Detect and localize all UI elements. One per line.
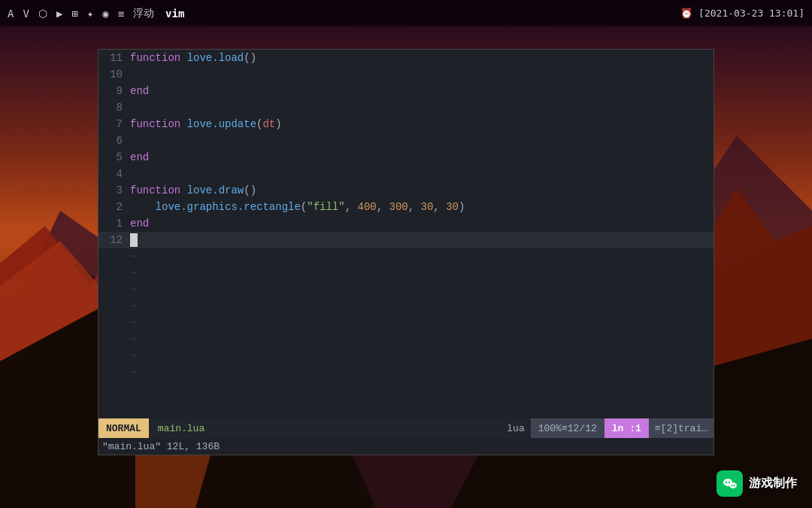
tilde-line-4: ~	[98, 298, 714, 315]
svg-point-11	[728, 481, 729, 482]
taskbar: A V ⬡ ▶ ⊞ ✦ ◉ ≡ 浮动 vim ⏰ [2021-03-23 13:…	[0, 0, 812, 26]
tilde-content-7: ~	[130, 348, 136, 364]
code-lines: 11 function love.load() 10 9 end 8	[98, 50, 714, 381]
line-num-6: 6	[98, 132, 130, 149]
datetime-text: [2021-03-23 13:01]	[698, 8, 804, 19]
command-line: "main.lua" 12L, 136B	[98, 438, 714, 455]
tilde-content-3: ~	[130, 281, 136, 298]
taskbar-icon-link[interactable]: ⬡	[38, 8, 47, 20]
code-line-2: 2 love.graphics.rectangle("fill", 400, 3…	[98, 199, 714, 215]
editor-area[interactable]: 11 function love.load() 10 9 end 8	[98, 50, 714, 418]
status-filetype: lua	[501, 423, 530, 434]
line-num-3: 3	[98, 182, 130, 199]
tilde-line-1: ~	[98, 248, 714, 265]
taskbar-icon-windows[interactable]: ⊞	[71, 8, 77, 20]
line-content-5: end	[130, 149, 149, 166]
line-content-3: function love.draw()	[130, 182, 256, 199]
wechat-label: 游戏制作	[749, 476, 797, 491]
svg-point-13	[731, 485, 732, 486]
line-content-2: love.graphics.rectangle("fill", 400, 300…	[130, 199, 465, 215]
line-content-7: function love.update(dt)	[130, 116, 282, 132]
line-content-11: function love.load()	[130, 50, 256, 66]
code-line-3: 3 function love.draw()	[98, 182, 714, 199]
status-mode: NORMAL	[98, 418, 149, 438]
code-line-4: 4	[98, 166, 714, 182]
line-content-12	[130, 232, 138, 248]
status-filename: main.lua	[149, 423, 214, 434]
percent-icon: ≡	[562, 423, 568, 434]
line-content-9: end	[130, 83, 149, 99]
tilde-line-7: ~	[98, 348, 714, 364]
wechat-badge: 游戏制作	[717, 470, 797, 497]
command-line-text: "main.lua" 12L, 136B	[102, 441, 220, 452]
taskbar-icon-v[interactable]: V	[23, 8, 29, 20]
extra-text: [2]trai…	[661, 423, 707, 434]
tilde-line-5: ~	[98, 315, 714, 331]
taskbar-datetime: ⏰ [2021-03-23 13:01]	[680, 8, 804, 19]
ln-label: ln :1	[612, 423, 641, 434]
code-line-10: 10	[98, 66, 714, 83]
tilde-content-1: ~	[130, 248, 136, 265]
line-num-8: 8	[98, 99, 130, 116]
taskbar-left: A V ⬡ ▶ ⊞ ✦ ◉ ≡ 浮动	[8, 7, 154, 20]
code-line-8: 8	[98, 99, 714, 116]
wechat-icon	[717, 470, 743, 497]
line-num-7: 7	[98, 116, 130, 132]
taskbar-icon-float[interactable]: 浮动	[133, 7, 154, 20]
tilde-content-4: ~	[130, 298, 136, 315]
line-num-4: 4	[98, 166, 130, 182]
code-line-5: 5 end	[98, 149, 714, 166]
tilde-content-8: ~	[130, 364, 136, 381]
line-num-9: 9	[98, 83, 130, 99]
percent-text: 100%	[538, 423, 562, 434]
status-percent: 100% ≡ 12/12	[531, 418, 604, 438]
clock-icon: ⏰	[680, 8, 698, 19]
taskbar-icon-terminal[interactable]: ▶	[56, 8, 62, 20]
line-num-2: 2	[98, 199, 130, 215]
status-position: ln :1	[604, 418, 649, 438]
tilde-content-2: ~	[130, 265, 136, 281]
position-full: 12/12	[568, 423, 597, 434]
line-num-10: 10	[98, 66, 130, 83]
line-num-1: 1	[98, 215, 130, 232]
svg-point-14	[733, 485, 735, 486]
svg-point-12	[729, 482, 737, 488]
tilde-content-5: ~	[130, 315, 136, 331]
code-line-7: 7 function love.update(dt)	[98, 116, 714, 132]
text-cursor	[130, 233, 138, 247]
tilde-line-2: ~	[98, 265, 714, 281]
line-num-11: 11	[98, 50, 130, 66]
line-num-5: 5	[98, 149, 130, 166]
vim-window: 11 function love.load() 10 9 end 8	[98, 49, 714, 455]
taskbar-icon-circle[interactable]: ◉	[102, 8, 108, 20]
code-line-6: 6	[98, 132, 714, 149]
svg-point-10	[725, 481, 726, 482]
line-content-1: end	[130, 215, 149, 232]
tilde-line-8: ~	[98, 364, 714, 381]
code-line-11: 11 function love.load()	[98, 50, 714, 66]
taskbar-icon-menu[interactable]: ≡	[118, 8, 124, 20]
line-num-12: 12	[98, 232, 130, 248]
extra-icon: ≡	[655, 423, 661, 434]
status-bar: NORMAL main.lua lua 100% ≡ 12/12 ln :1 ≡…	[98, 418, 714, 438]
code-line-9: 9 end	[98, 83, 714, 99]
tilde-line-3: ~	[98, 281, 714, 298]
code-line-12-current: 12	[98, 232, 714, 248]
tilde-line-6: ~	[98, 331, 714, 348]
status-extra: ≡ [2]trai…	[649, 418, 714, 438]
taskbar-icon-star[interactable]: ✦	[87, 8, 93, 20]
taskbar-icon-a[interactable]: A	[8, 8, 14, 20]
tilde-content-6: ~	[130, 331, 136, 348]
taskbar-title: vim	[165, 8, 184, 20]
code-line-1: 1 end	[98, 215, 714, 232]
